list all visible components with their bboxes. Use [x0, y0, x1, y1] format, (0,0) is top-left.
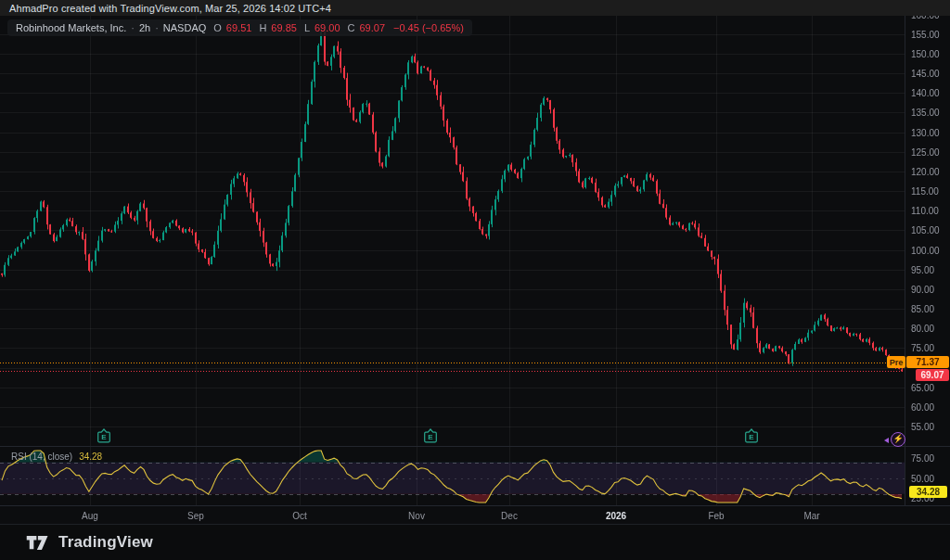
time-tick-label: Feb	[708, 511, 724, 521]
earnings-icon[interactable]: E	[97, 428, 111, 443]
change-value: −0.45 (−0.65%)	[393, 22, 464, 33]
candlestick-chart-canvas[interactable]	[0, 0, 950, 560]
rsi-value-label: 34.28	[909, 486, 947, 498]
price-tick-label: 105.00	[911, 225, 950, 235]
price-tick-label: 90.00	[911, 285, 950, 295]
close-label: C	[348, 22, 355, 33]
price-tick-label: 85.00	[911, 304, 950, 314]
rsi-legend-value: 34.28	[79, 452, 102, 462]
time-tick-label: Mar	[803, 511, 819, 521]
events-flash-icon[interactable]: ⚡	[881, 432, 905, 448]
rsi-tick-label: 75.00	[911, 453, 950, 464]
tradingview-logo-icon[interactable]	[26, 533, 49, 553]
tradingview-chart-window: AhmadPro created with TradingView.com, M…	[0, 0, 950, 560]
legend-separator: ·	[155, 22, 159, 33]
time-tick-label: Dec	[501, 511, 518, 521]
arrow-left-icon	[884, 438, 889, 443]
footer-bar: TradingView	[0, 524, 950, 560]
low-label: L	[304, 22, 310, 33]
svg-text:E: E	[101, 433, 107, 441]
price-tick-label: 155.00	[911, 30, 950, 40]
last-price-label: 69.07	[916, 369, 949, 381]
price-tick-label: 65.00	[911, 383, 950, 393]
tradingview-brand-text[interactable]: TradingView	[58, 533, 153, 552]
premarket-price-label: 71.37	[906, 356, 949, 368]
price-tick-label: 145.00	[911, 69, 950, 79]
price-tick-label: 130.00	[911, 128, 950, 138]
time-tick-label: Aug	[82, 511, 98, 521]
open-label: O	[213, 22, 222, 33]
open-value: 69.51	[226, 22, 252, 33]
watermark-bar: AhmadPro created with TradingView.com, M…	[0, 0, 950, 16]
price-tick-label: 140.00	[911, 88, 950, 98]
close-value: 69.07	[359, 22, 385, 33]
price-tick-label: 110.00	[911, 206, 950, 216]
price-tick-label: 60.00	[911, 402, 950, 413]
rsi-tick-label: 50.00	[911, 474, 950, 484]
legend-separator: ·	[131, 22, 135, 33]
legend-exchange: NASDAQ	[163, 22, 206, 33]
price-tick-label: 80.00	[911, 324, 950, 334]
price-tick-label: 125.00	[911, 147, 950, 158]
time-tick-label: 2026	[606, 511, 626, 521]
price-tick-label: 115.00	[911, 186, 950, 197]
low-value: 69.00	[315, 22, 340, 33]
price-tick-label: 150.00	[911, 49, 950, 59]
price-tick-label: 95.00	[911, 265, 950, 275]
svg-text:E: E	[428, 433, 433, 441]
earnings-icon[interactable]: E	[745, 428, 759, 443]
legend-interval: 2h	[139, 22, 150, 33]
time-tick-label: Nov	[408, 511, 425, 521]
watermark-text: AhmadPro created with TradingView.com, M…	[9, 3, 331, 14]
price-tick-label: 75.00	[911, 343, 950, 353]
earnings-icon[interactable]: E	[424, 428, 438, 443]
price-tick-label: 100.00	[911, 246, 950, 256]
svg-text:E: E	[749, 433, 754, 441]
time-tick-label: Oct	[292, 511, 307, 521]
rsi-legend-title: RSI (14, close)	[11, 452, 72, 462]
lightning-icon: ⚡	[891, 432, 905, 447]
legend-symbol: Robinhood Markets, Inc.	[16, 22, 126, 33]
premarket-badge: Pre	[887, 356, 905, 368]
rsi-indicator-legend[interactable]: RSI (14, close) 34.28	[11, 452, 102, 462]
time-tick-label: Sep	[187, 511, 204, 521]
high-label: H	[259, 22, 266, 33]
price-tick-label: 55.00	[911, 422, 950, 432]
symbol-legend[interactable]: Robinhood Markets, Inc. · 2h · NASDAQ O …	[7, 19, 472, 36]
high-value: 69.85	[271, 22, 297, 33]
price-tick-label: 135.00	[911, 108, 950, 118]
price-tick-label: 120.00	[911, 167, 950, 177]
